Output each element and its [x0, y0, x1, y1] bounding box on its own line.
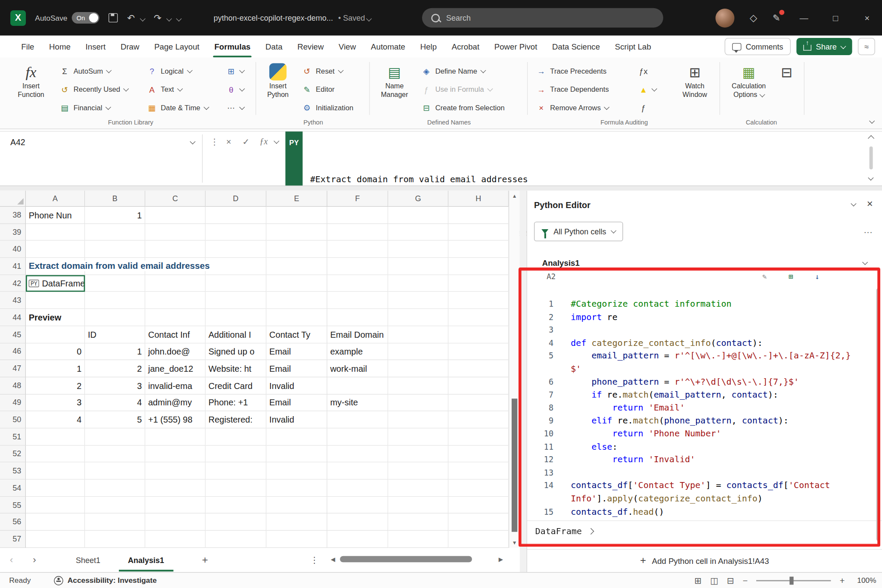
cell-F39[interactable]: [327, 224, 388, 241]
zoom-slider[interactable]: [756, 580, 831, 581]
cancel-icon[interactable]: ×: [226, 137, 231, 146]
row-header-47[interactable]: 47: [0, 360, 26, 377]
reset-button[interactable]: ↺Reset: [298, 62, 357, 79]
menu-tab-script-lab[interactable]: Script Lab: [607, 36, 658, 58]
cell-E46[interactable]: Email: [267, 343, 327, 361]
cell-F43[interactable]: [327, 292, 388, 309]
cell-F57[interactable]: [327, 531, 388, 548]
scrollbar-thumb[interactable]: [512, 398, 517, 532]
insert-python-button[interactable]: Insert Python: [260, 62, 296, 100]
cell-D44[interactable]: [205, 309, 266, 326]
cell-A43[interactable]: [26, 292, 85, 309]
error-checking-button[interactable]: ▲: [635, 81, 660, 98]
cell-B53[interactable]: [85, 463, 145, 480]
cell-B39[interactable]: [85, 224, 145, 241]
cell-C45[interactable]: Contact Inf: [145, 326, 205, 343]
column-header-d[interactable]: D: [205, 191, 266, 207]
cell-A48[interactable]: 2: [26, 377, 85, 395]
cell-E39[interactable]: [267, 224, 327, 241]
code-line-7[interactable]: 7 if re.match(email_pattern, contact):: [527, 389, 877, 401]
cell-E38[interactable]: [267, 207, 327, 224]
cell-A45[interactable]: [26, 326, 85, 343]
code-line-11[interactable]: 11 else:: [527, 440, 877, 453]
cell-H48[interactable]: [448, 377, 509, 395]
horizontal-scrollbar[interactable]: ◀ ▶: [331, 555, 503, 565]
vertical-scrollbar[interactable]: ▲ ▼: [509, 191, 519, 548]
cell-F55[interactable]: [327, 497, 388, 514]
cell-D43[interactable]: [205, 292, 266, 309]
cell-A40[interactable]: [26, 241, 85, 258]
share-button[interactable]: Share: [796, 38, 852, 55]
cell-C46[interactable]: john.doe@: [145, 343, 205, 361]
menu-tab-file[interactable]: File: [14, 36, 42, 58]
initialization-button[interactable]: ⚙Initialization: [298, 100, 357, 116]
cell-C38[interactable]: [145, 207, 205, 224]
editor-button[interactable]: ✎Editor: [298, 81, 357, 98]
cell-B40[interactable]: [85, 241, 145, 258]
cell-G47[interactable]: [388, 360, 448, 377]
accessibility-status[interactable]: Accessibility: Investigate: [54, 576, 157, 585]
cell-H53[interactable]: [448, 463, 509, 480]
cell-A53[interactable]: [26, 463, 85, 480]
cell-F49[interactable]: my-site: [327, 394, 388, 411]
cell-D49[interactable]: Phone: +1: [205, 394, 266, 411]
cell-G45[interactable]: [388, 326, 448, 343]
cell-E52[interactable]: [267, 445, 327, 463]
cell-A52[interactable]: [26, 445, 85, 463]
cell-C57[interactable]: [145, 531, 205, 548]
cell-B45[interactable]: ID: [85, 326, 145, 343]
cell-E42[interactable]: [267, 275, 327, 292]
cell-C54[interactable]: [145, 479, 205, 497]
column-header-b[interactable]: B: [85, 191, 145, 207]
cell-H47[interactable]: [448, 360, 509, 377]
cell-F48[interactable]: [327, 377, 388, 395]
select-all-corner[interactable]: [0, 191, 26, 207]
cell-F40[interactable]: [327, 241, 388, 258]
scroll-left-icon[interactable]: ◀: [331, 556, 335, 563]
cell-G54[interactable]: [388, 479, 448, 497]
cell-D47[interactable]: Website: ht: [205, 360, 266, 377]
extra-toolbar-button[interactable]: ≈: [858, 38, 875, 55]
sheet-section-label[interactable]: Analysis1: [542, 258, 580, 268]
cell-G50[interactable]: [388, 411, 448, 429]
cell-B46[interactable]: 1: [85, 343, 145, 361]
row-header-54[interactable]: 54: [0, 479, 26, 497]
cell-G41[interactable]: [388, 258, 448, 275]
cell-F44[interactable]: [327, 309, 388, 326]
cell-A55[interactable]: [26, 497, 85, 514]
menu-tab-home[interactable]: Home: [42, 36, 78, 58]
evaluate-formula-button[interactable]: ƒ: [635, 100, 660, 116]
cell-C50[interactable]: +1 (555) 98: [145, 411, 205, 429]
cell-D56[interactable]: [205, 513, 266, 531]
zoom-in-button[interactable]: +: [840, 576, 845, 585]
cell-H52[interactable]: [448, 445, 509, 463]
cell-B47[interactable]: 2: [85, 360, 145, 377]
cell-D45[interactable]: Additional I: [205, 326, 266, 343]
cell-E48[interactable]: Invalid: [267, 377, 327, 395]
row-header-38[interactable]: 38: [0, 207, 26, 224]
cell-G44[interactable]: [388, 309, 448, 326]
close-button[interactable]: ×: [859, 13, 875, 23]
cell-D51[interactable]: [205, 429, 266, 446]
avatar[interactable]: [715, 8, 734, 27]
code-line-6[interactable]: 6 phone_pattern = r'^\+?\d[\d\s\-\.]{7,}…: [527, 375, 877, 388]
menu-tab-formulas[interactable]: Formulas: [207, 36, 258, 58]
code-line-2[interactable]: 2import re: [527, 311, 877, 324]
autosave-control[interactable]: AutoSave On: [35, 12, 99, 24]
pane-more-button[interactable]: ...: [864, 225, 873, 235]
cell-D50[interactable]: Registered:: [205, 411, 266, 429]
row-header-49[interactable]: 49: [0, 394, 26, 411]
define-name-button[interactable]: ◈Define Name: [418, 62, 508, 79]
cell-B55[interactable]: [85, 497, 145, 514]
cell-G40[interactable]: [388, 241, 448, 258]
cell-C49[interactable]: admin@my: [145, 394, 205, 411]
cell-A49[interactable]: 3: [26, 394, 85, 411]
row-header-39[interactable]: 39: [0, 224, 26, 241]
dataframe-result-row[interactable]: DataFrame: [527, 520, 882, 541]
python-cells-filter[interactable]: All Python cells: [534, 222, 623, 241]
cell-G42[interactable]: [388, 275, 448, 292]
cell-C55[interactable]: [145, 497, 205, 514]
more-options-icon[interactable]: ⋮: [210, 137, 219, 147]
cell-C51[interactable]: [145, 429, 205, 446]
excel-logo-icon[interactable]: X: [10, 10, 26, 25]
